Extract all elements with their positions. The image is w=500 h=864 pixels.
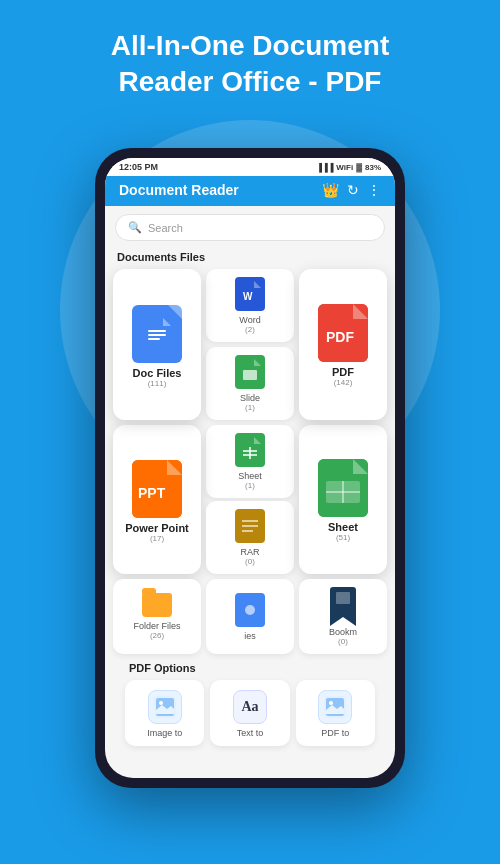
powerpoint-label: Power Point xyxy=(125,522,189,534)
pdf-options-title: PDF Options xyxy=(117,660,383,680)
svg-point-31 xyxy=(329,701,333,705)
battery-percent: 83% xyxy=(365,163,381,172)
bookmark-icon xyxy=(330,587,356,623)
bookmark-card[interactable]: Bookm (0) xyxy=(299,579,387,654)
sheet-small-label: Sheet xyxy=(238,471,262,481)
search-icon: 🔍 xyxy=(128,221,142,234)
status-icons: ▐▐▐ WiFi ▓ 83% xyxy=(316,163,381,172)
pdf-count: (142) xyxy=(334,378,353,387)
ies-icon xyxy=(235,593,265,627)
svg-text:W: W xyxy=(243,291,253,302)
time: 12:05 PM xyxy=(119,162,158,172)
word-label: Word xyxy=(239,315,260,325)
svg-text:PDF: PDF xyxy=(326,329,354,345)
sheet-large-icon xyxy=(318,459,368,517)
svg-text:PPT: PPT xyxy=(138,485,166,501)
ies-card[interactable]: ies xyxy=(206,579,294,654)
doc-files-card[interactable]: Doc Files (111) xyxy=(113,269,201,420)
status-bar: 12:05 PM ▐▐▐ WiFi ▓ 83% xyxy=(105,158,395,176)
sheet-large-card[interactable]: Sheet (51) xyxy=(299,425,387,574)
rar-count: (0) xyxy=(245,557,255,566)
phone-screen: 12:05 PM ▐▐▐ WiFi ▓ 83% Document Reader … xyxy=(105,158,395,778)
pdf-card[interactable]: PDF PDF (142) xyxy=(299,269,387,420)
bookmark-count: (0) xyxy=(338,637,348,646)
folder-files-count: (26) xyxy=(150,631,164,640)
powerpoint-card[interactable]: PPT Power Point (17) xyxy=(113,425,201,574)
rar-icon xyxy=(235,509,265,543)
phone-frame: 12:05 PM ▐▐▐ WiFi ▓ 83% Document Reader … xyxy=(95,148,405,788)
doc-files-icon xyxy=(132,305,182,363)
search-placeholder: Search xyxy=(148,222,183,234)
refresh-icon[interactable]: ↻ xyxy=(347,182,359,198)
pdf-options-grid: Image to Aa Text to xyxy=(117,680,383,746)
pdf-options-section: PDF Options Image to xyxy=(105,654,395,750)
image-to-label: Image to xyxy=(147,728,182,738)
slide-count: (1) xyxy=(245,403,255,412)
wifi-icon: WiFi xyxy=(336,163,353,172)
sheet-small-count: (1) xyxy=(245,481,255,490)
ies-label: ies xyxy=(244,631,256,641)
sheet-small-card[interactable]: Sheet (1) xyxy=(206,425,294,498)
app-header: Document Reader 👑 ↻ ⋮ xyxy=(105,176,395,206)
battery-icon: ▓ xyxy=(356,163,362,172)
signal-icon: ▐▐▐ xyxy=(316,163,333,172)
bookmark-label: Bookm xyxy=(329,627,357,637)
documents-section-title: Documents Files xyxy=(105,249,395,269)
folder-files-label: Folder Files xyxy=(133,621,180,631)
slide-icon xyxy=(235,355,265,389)
doc-files-count: (111) xyxy=(148,379,167,388)
sheet-large-label: Sheet xyxy=(328,521,358,533)
pdf-to-icon xyxy=(318,690,352,724)
slide-card[interactable]: Slide (1) xyxy=(206,347,294,420)
app-header-title: Document Reader xyxy=(119,182,239,198)
doc-files-label: Doc Files xyxy=(133,367,182,379)
powerpoint-count: (17) xyxy=(150,534,164,543)
folder-files-card[interactable]: Folder Files (26) xyxy=(113,579,201,654)
folder-icon xyxy=(142,593,172,617)
word-card[interactable]: W Word (2) xyxy=(206,269,294,342)
pdf-to-card[interactable]: PDF to xyxy=(296,680,375,746)
pdf-label: PDF xyxy=(332,366,354,378)
text-to-card[interactable]: Aa Text to xyxy=(210,680,289,746)
pdf-to-label: PDF to xyxy=(321,728,349,738)
slide-label: Slide xyxy=(240,393,260,403)
more-icon[interactable]: ⋮ xyxy=(367,182,381,198)
word-icon: W xyxy=(235,277,265,311)
svg-rect-9 xyxy=(243,370,257,380)
phone-mockup: 12:05 PM ▐▐▐ WiFi ▓ 83% Document Reader … xyxy=(90,148,410,808)
image-to-card[interactable]: Image to xyxy=(125,680,204,746)
app-title: All-In-One DocumentReader Office - PDF xyxy=(0,0,500,121)
crown-icon[interactable]: 👑 xyxy=(322,182,339,198)
image-to-icon xyxy=(148,690,182,724)
rar-card[interactable]: RAR (0) xyxy=(206,501,294,574)
powerpoint-icon: PPT xyxy=(132,460,182,518)
text-to-icon: Aa xyxy=(233,690,267,724)
sheet-large-count: (51) xyxy=(336,533,350,542)
svg-point-28 xyxy=(159,701,163,705)
svg-point-25 xyxy=(245,605,255,615)
text-to-label: Text to xyxy=(237,728,264,738)
sheet-small-icon xyxy=(235,433,265,467)
search-bar[interactable]: 🔍 Search xyxy=(115,214,385,241)
rar-label: RAR xyxy=(240,547,259,557)
pdf-icon: PDF xyxy=(318,304,368,362)
word-count: (2) xyxy=(245,325,255,334)
header-icons: 👑 ↻ ⋮ xyxy=(322,182,381,198)
